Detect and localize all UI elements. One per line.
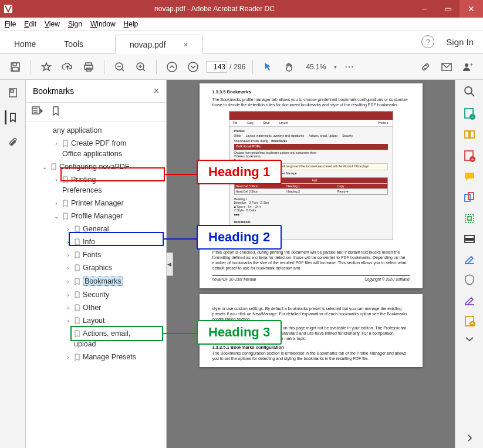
thumbnails-icon[interactable]: [6, 86, 20, 100]
more-tools-icon[interactable]: [464, 336, 475, 342]
select-tool-icon[interactable]: [260, 59, 276, 75]
tab-tools[interactable]: Tools: [50, 35, 97, 53]
tab-bar: Home Tools novap.pdf × ? Sign In: [0, 31, 483, 54]
svg-line-13: [143, 69, 145, 71]
bm-item-fonts[interactable]: ›Fonts: [27, 248, 166, 261]
collapse-right-icon[interactable]: [465, 434, 474, 442]
comment-icon[interactable]: [464, 171, 475, 182]
highlight-heading3: [70, 326, 163, 341]
callout-line-1: [165, 174, 197, 175]
maximize-button[interactable]: ▭: [436, 0, 460, 18]
bm-item-bookmarks[interactable]: ›Bookmarks: [27, 274, 166, 288]
add-person-icon[interactable]: +: [460, 59, 476, 75]
svg-rect-20: [11, 90, 13, 92]
mail-icon[interactable]: [438, 59, 455, 75]
svg-rect-31: [470, 131, 474, 138]
menu-file[interactable]: File: [5, 20, 16, 28]
callout-line-3: [163, 333, 197, 334]
callout-heading3: Heading 3: [197, 320, 282, 345]
tab-home[interactable]: Home: [0, 35, 50, 53]
bm-item-layout[interactable]: ›Layout: [27, 314, 166, 327]
help-icon[interactable]: ?: [421, 35, 434, 48]
svg-text:+: +: [470, 62, 473, 68]
bm-new-icon[interactable]: [52, 106, 60, 117]
callout-heading2: Heading 2: [197, 225, 282, 250]
minimize-button[interactable]: −: [413, 0, 436, 18]
organize-icon[interactable]: [464, 129, 475, 140]
svg-line-26: [471, 93, 474, 96]
zoom-out-icon[interactable]: [112, 59, 128, 75]
left-rail: [0, 80, 26, 448]
tab-document[interactable]: novap.pdf ×: [115, 35, 203, 54]
page-current-input[interactable]: [206, 61, 227, 73]
menu-sign[interactable]: Sign: [68, 20, 82, 28]
protect-icon[interactable]: [464, 274, 475, 285]
zoom-value[interactable]: 45.1%: [302, 63, 329, 71]
bookmarks-panel: Bookmarks × any application ›Create PDF …: [26, 80, 167, 448]
panel-close-icon[interactable]: ×: [154, 86, 159, 96]
svg-point-44: [470, 321, 475, 326]
document-view[interactable]: ◀ 1.3.3.5 Bookmarks The Bookmarks profil…: [167, 80, 455, 448]
bm-item-security[interactable]: ›Security: [27, 288, 166, 301]
fill-sign-purple-icon[interactable]: [464, 295, 475, 305]
svg-rect-36: [468, 193, 474, 200]
svg-rect-35: [465, 194, 470, 201]
svg-rect-38: [468, 217, 471, 220]
print-icon[interactable]: [80, 59, 97, 75]
tab-close-icon[interactable]: ×: [184, 40, 188, 49]
redact-icon[interactable]: [464, 234, 475, 244]
bookmarks-rail-icon[interactable]: [5, 110, 19, 124]
search-icon[interactable]: [464, 86, 475, 97]
menu-window[interactable]: Window: [90, 20, 116, 28]
cloud-upload-icon[interactable]: [59, 59, 76, 75]
svg-line-9: [122, 69, 124, 71]
create-pdf-icon[interactable]: +: [463, 149, 476, 162]
page-total: 296: [234, 63, 245, 71]
app-icon: [0, 5, 16, 13]
bm-item-any-application[interactable]: any application: [27, 124, 166, 137]
star-icon[interactable]: [38, 59, 55, 75]
zoom-in-icon[interactable]: [133, 59, 149, 75]
callout-heading1: Heading 1: [197, 160, 282, 184]
fill-sign-blue-icon[interactable]: [464, 254, 475, 264]
svg-rect-30: [465, 131, 469, 138]
svg-point-14: [167, 62, 177, 72]
highlight-heading1: [60, 167, 165, 181]
svg-rect-2: [13, 63, 16, 66]
svg-text:+: +: [471, 157, 474, 162]
right-tools-rail: + +: [455, 80, 483, 448]
bm-item-other[interactable]: ›Other: [27, 301, 166, 314]
page-down-icon[interactable]: [185, 59, 201, 75]
svg-text:+: +: [471, 114, 474, 120]
bm-item-manage-presets[interactable]: ›Manage Presets: [27, 351, 166, 363]
svg-rect-40: [466, 238, 473, 240]
share-link-icon[interactable]: [417, 59, 434, 75]
svg-rect-37: [465, 214, 474, 223]
menu-edit[interactable]: Edit: [24, 20, 36, 28]
close-button[interactable]: ✕: [460, 0, 483, 18]
panel-collapse-handle[interactable]: ◀: [167, 252, 173, 276]
menu-help[interactable]: Help: [124, 20, 139, 28]
svg-point-25: [465, 87, 472, 94]
highlight-heading2: [69, 232, 164, 246]
page-indicator: / 296: [206, 61, 245, 73]
svg-rect-3: [12, 68, 18, 71]
menu-view[interactable]: View: [45, 20, 60, 28]
sign-in-link[interactable]: Sign In: [446, 37, 474, 47]
compress-icon[interactable]: [464, 213, 475, 224]
export-pdf-icon[interactable]: +: [463, 107, 476, 120]
hand-tool-icon[interactable]: [281, 59, 298, 75]
save-icon[interactable]: [7, 59, 23, 75]
send-icon[interactable]: [464, 315, 475, 326]
combine-icon[interactable]: [464, 191, 475, 203]
attachments-icon[interactable]: [6, 135, 20, 149]
page-up-icon[interactable]: [164, 59, 180, 75]
bm-options-icon[interactable]: [32, 106, 43, 117]
svg-rect-5: [85, 65, 93, 69]
bm-item-printer-manager[interactable]: ›Printer Manager: [27, 197, 166, 210]
bm-item-graphics[interactable]: ›Graphics: [27, 261, 166, 274]
more-icon[interactable]: ⋯: [342, 59, 358, 75]
bm-item-profile-manager[interactable]: ⌄Profile Manager: [27, 210, 166, 223]
svg-point-15: [188, 62, 198, 72]
zoom-dropdown-icon[interactable]: ▾: [334, 64, 337, 70]
